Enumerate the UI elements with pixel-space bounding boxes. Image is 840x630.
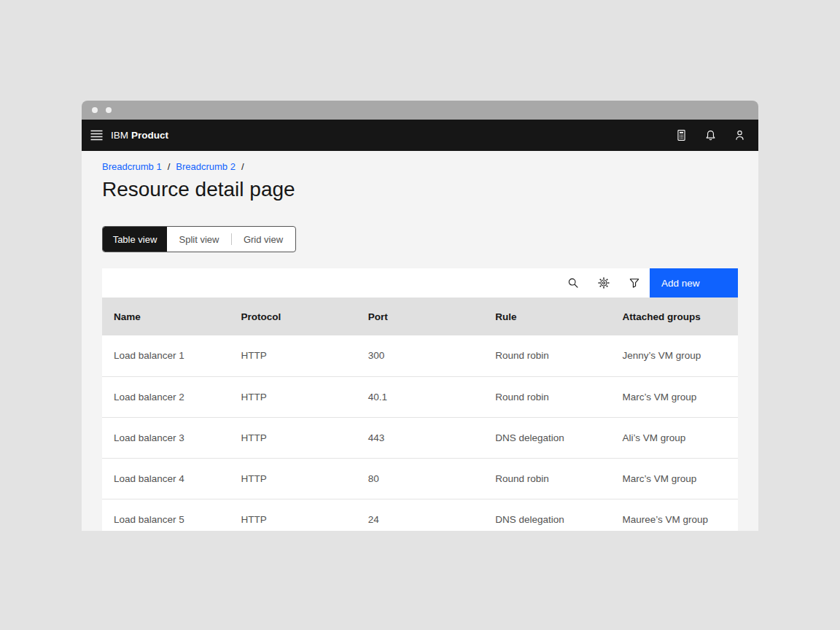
calculator-button[interactable] xyxy=(666,120,696,151)
search-button[interactable] xyxy=(558,268,588,298)
window-control-dot-2[interactable] xyxy=(106,107,112,113)
filter-button[interactable] xyxy=(619,268,650,298)
view-switcher-option-grid-view[interactable]: Grid view xyxy=(231,227,295,252)
cell-rule: DNS delegation xyxy=(483,499,610,531)
settings-button[interactable] xyxy=(588,268,619,298)
user-avatar-icon xyxy=(734,129,746,141)
data-table-card: Add new NameProtocolPortRuleAttached gro… xyxy=(102,268,738,531)
cell-rule: Round robin xyxy=(483,458,610,499)
brand: IBMProduct xyxy=(111,130,168,141)
menu-button[interactable] xyxy=(82,120,111,151)
table-row-3: Load balancer 3HTTP443DNS delegationAli’… xyxy=(102,417,738,458)
calculator-icon xyxy=(675,129,688,141)
table-row-2: Load balancer 2HTTP40.1Round robinMarc’s… xyxy=(102,376,738,417)
notifications-button[interactable] xyxy=(696,120,725,151)
add-new-button[interactable]: Add new xyxy=(650,268,738,298)
cell-attached-groups: Mauree’s VM group xyxy=(611,499,738,531)
cell-name: Load balancer 1 xyxy=(102,335,229,376)
table-toolbar: Add new xyxy=(102,268,738,298)
column-header-attached-groups: Attached groups xyxy=(611,298,738,335)
view-switcher-option-split-view[interactable]: Split view xyxy=(167,227,231,252)
cell-protocol: HTTP xyxy=(229,499,356,531)
cell-attached-groups: Marc’s VM group xyxy=(611,458,738,499)
column-header-rule: Rule xyxy=(483,298,610,335)
breadcrumb-separator: / xyxy=(241,161,244,172)
user-profile-button[interactable] xyxy=(725,120,754,151)
header-actions xyxy=(666,120,758,151)
cell-rule: Round robin xyxy=(483,335,610,376)
app-header: IBMProduct xyxy=(82,120,758,151)
cell-name: Load balancer 2 xyxy=(102,376,229,417)
window-control-dot-1[interactable] xyxy=(92,107,98,113)
hamburger-menu-icon xyxy=(90,130,103,141)
table-header: NameProtocolPortRuleAttached groups xyxy=(102,298,738,335)
column-header-port: Port xyxy=(357,298,483,335)
filter-icon xyxy=(629,277,640,289)
gear-icon xyxy=(598,277,610,289)
breadcrumb-link-1[interactable]: Breadcrumb 1 xyxy=(102,161,162,172)
window-titlebar xyxy=(82,101,758,120)
cell-name: Load balancer 3 xyxy=(102,417,229,458)
breadcrumb-separator: / xyxy=(168,161,171,172)
table-row-5: Load balancer 5HTTP24DNS delegationMaure… xyxy=(102,499,738,531)
search-icon xyxy=(567,277,579,289)
breadcrumb: Breadcrumb 1/Breadcrumb 2/ xyxy=(102,161,738,172)
cell-port: 24 xyxy=(357,499,483,531)
cell-name: Load balancer 4 xyxy=(102,458,229,499)
browser-window: IBMProduct xyxy=(82,101,758,531)
data-table: NameProtocolPortRuleAttached groups Load… xyxy=(102,298,738,531)
brand-product-name: Product xyxy=(131,130,168,141)
bell-icon xyxy=(704,129,717,141)
cell-rule: Round robin xyxy=(483,376,610,417)
cell-protocol: HTTP xyxy=(229,417,356,458)
brand-prefix: IBM xyxy=(111,130,128,141)
cell-attached-groups: Ali’s VM group xyxy=(611,417,738,458)
cell-port: 300 xyxy=(357,335,483,376)
column-header-name: Name xyxy=(102,298,229,335)
cell-protocol: HTTP xyxy=(229,335,356,376)
page-content: Breadcrumb 1/Breadcrumb 2/ Resource deta… xyxy=(82,151,758,531)
cell-attached-groups: Jenny’s VM group xyxy=(611,335,738,376)
table-row-4: Load balancer 4HTTP80Round robinMarc’s V… xyxy=(102,458,738,499)
table-row-1: Load balancer 1HTTP300Round robinJenny’s… xyxy=(102,335,738,376)
cell-protocol: HTTP xyxy=(229,376,356,417)
cell-port: 80 xyxy=(357,458,483,499)
view-switcher: Table viewSplit viewGrid view xyxy=(102,226,296,252)
page-title: Resource detail page xyxy=(102,177,738,202)
column-header-protocol: Protocol xyxy=(229,298,356,335)
view-switcher-option-table-view[interactable]: Table view xyxy=(103,227,167,252)
cell-name: Load balancer 5 xyxy=(102,499,229,531)
cell-attached-groups: Marc’s VM group xyxy=(611,376,738,417)
cell-rule: DNS delegation xyxy=(483,417,610,458)
cell-protocol: HTTP xyxy=(229,458,356,499)
cell-port: 443 xyxy=(357,417,483,458)
breadcrumb-link-2[interactable]: Breadcrumb 2 xyxy=(176,161,236,172)
cell-port: 40.1 xyxy=(357,376,483,417)
